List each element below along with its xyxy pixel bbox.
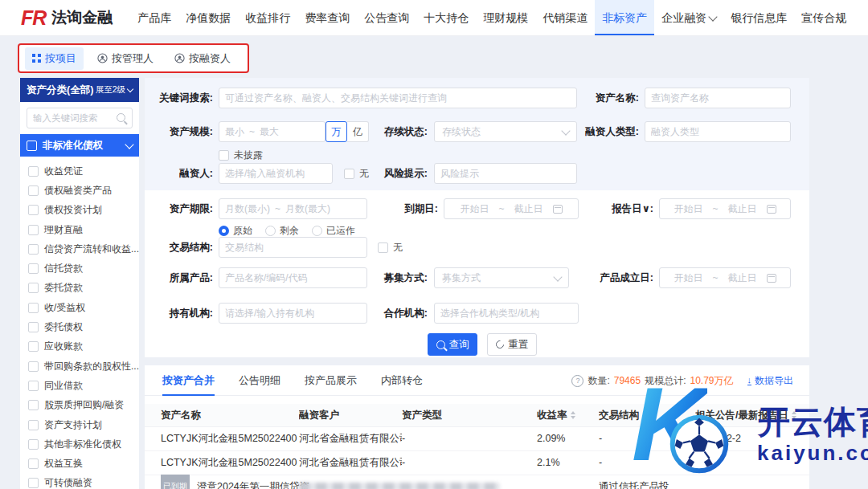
table-row[interactable]: LCTYJK河北金租5M250224001 河北省金融租赁有限公司 - 2.09… bbox=[145, 426, 809, 451]
list-item[interactable]: 权益互换 bbox=[28, 454, 139, 473]
report-date-picker[interactable]: 开始日 ~ 截止日 bbox=[659, 198, 791, 219]
list-item[interactable]: 其他非标准化债权 bbox=[28, 434, 139, 454]
checkbox[interactable] bbox=[28, 439, 39, 450]
tab-internal-transfer[interactable]: 内部转仓 bbox=[381, 365, 423, 396]
checkbox[interactable] bbox=[344, 169, 354, 179]
expand-levels-toggle[interactable]: 展至2级 bbox=[96, 84, 133, 96]
checkbox[interactable] bbox=[219, 150, 229, 161]
list-item[interactable]: 股票质押回购/融资 bbox=[28, 396, 139, 415]
checkbox[interactable] bbox=[28, 341, 39, 352]
checkbox[interactable] bbox=[28, 283, 39, 293]
raise-method-select[interactable]: 募集方式 bbox=[434, 267, 569, 288]
sort-icon[interactable] bbox=[792, 411, 796, 419]
view-tab-by-manager[interactable]: 按管理人 bbox=[90, 47, 161, 70]
radio-original[interactable]: 原始 bbox=[219, 224, 252, 238]
view-tab-by-project[interactable]: 按项目 bbox=[25, 47, 84, 70]
list-item[interactable]: 带回购条款的股权性... bbox=[28, 357, 139, 376]
table-row[interactable]: 已到期 澄意2024年第一期信贷资 通过信托产品投 bbox=[145, 475, 809, 489]
list-item[interactable]: 应收账款 bbox=[28, 337, 139, 357]
asset-name-input[interactable] bbox=[645, 88, 791, 108]
annotation-box: 按项目 按管理人 按融资人 bbox=[18, 43, 249, 73]
unit-wan-button[interactable]: 万 bbox=[326, 121, 347, 142]
financier-none-checkbox[interactable]: 无 bbox=[344, 167, 369, 180]
sort-icon[interactable] bbox=[571, 411, 575, 419]
radio-operated[interactable]: 已运作 bbox=[312, 224, 355, 238]
asset-term-range-input[interactable]: 月数(最小) ~ 月数(最大) bbox=[219, 198, 367, 219]
checkbox[interactable] bbox=[28, 166, 39, 177]
logo-text: 法询金融 bbox=[51, 7, 113, 28]
list-item[interactable]: 委托债权 bbox=[28, 317, 139, 336]
header-yield: 收益率 bbox=[537, 404, 588, 426]
checkbox[interactable] bbox=[28, 478, 39, 488]
checkbox[interactable] bbox=[28, 361, 39, 372]
nav-item-marketing-compliance[interactable]: 宣传合规 bbox=[794, 0, 854, 35]
table-row[interactable]: LCTYJK河北金租5M250224002 河北省金融租赁有限公司 - 2.1%… bbox=[145, 450, 809, 475]
checkbox[interactable] bbox=[28, 381, 39, 391]
checkbox[interactable] bbox=[28, 225, 39, 235]
checkbox[interactable] bbox=[27, 141, 37, 151]
risk-input[interactable] bbox=[434, 163, 577, 184]
nav-item-nonstandard-assets[interactable]: 非标资产 bbox=[595, 0, 654, 35]
keyword-input[interactable] bbox=[219, 88, 577, 108]
app-logo[interactable]: FR 法询金融 bbox=[21, 6, 113, 30]
unit-yi-button[interactable]: 亿 bbox=[347, 121, 369, 142]
list-item[interactable]: 委托贷款 bbox=[28, 279, 139, 298]
establish-date-label: 产品成立日: bbox=[575, 267, 653, 288]
structure-none-checkbox[interactable]: 无 bbox=[378, 241, 403, 254]
list-item[interactable]: 信托贷款 bbox=[28, 259, 139, 278]
header-asset-type: 资产类型 bbox=[402, 404, 522, 426]
reset-button[interactable]: 重置 bbox=[487, 333, 537, 356]
list-item[interactable]: 理财直融 bbox=[28, 220, 139, 239]
checkbox[interactable] bbox=[28, 420, 39, 430]
maturity-date-picker[interactable]: 开始日 ~ 截止日 bbox=[444, 198, 579, 219]
nav-item-nav-data[interactable]: 净值数据 bbox=[178, 0, 238, 35]
checkbox[interactable] bbox=[378, 242, 388, 253]
checkbox[interactable] bbox=[28, 458, 39, 469]
category-nonstandard-debt[interactable]: 非标准化债权 bbox=[20, 134, 139, 157]
product-input[interactable] bbox=[219, 267, 367, 288]
nav-item-wm-scale[interactable]: 理财规模 bbox=[476, 0, 535, 35]
list-item[interactable]: 收益凭证 bbox=[28, 161, 139, 181]
tab-announcement-detail[interactable]: 公告明细 bbox=[239, 365, 280, 396]
checkbox[interactable] bbox=[28, 400, 39, 410]
undisclosed-checkbox[interactable]: 未披露 bbox=[219, 149, 263, 161]
partner-input[interactable] bbox=[434, 303, 579, 324]
nav-item-product-library[interactable]: 产品库 bbox=[130, 0, 178, 35]
trade-structure-input[interactable] bbox=[219, 237, 367, 258]
duration-status-select[interactable]: 存续状态 bbox=[434, 121, 577, 142]
checkbox[interactable] bbox=[28, 303, 39, 313]
list-item[interactable]: 同业借款 bbox=[28, 376, 139, 395]
list-item[interactable]: 债权投资计划 bbox=[28, 201, 139, 220]
nav-item-distribution-channel[interactable]: 代销渠道 bbox=[535, 0, 595, 35]
checkbox[interactable] bbox=[28, 322, 39, 332]
list-item[interactable]: 信贷资产流转和收益... bbox=[28, 239, 139, 259]
checkbox[interactable] bbox=[28, 263, 39, 274]
tab-by-product[interactable]: 按产品展示 bbox=[305, 365, 357, 396]
checkbox[interactable] bbox=[28, 244, 39, 255]
question-circle-icon[interactable]: ? bbox=[571, 375, 583, 387]
nav-item-corporate-financing[interactable]: 企业融资 bbox=[654, 0, 723, 35]
financier-input[interactable] bbox=[219, 163, 333, 184]
view-tab-by-financier[interactable]: 按融资人 bbox=[167, 47, 238, 70]
tab-merge-by-asset[interactable]: 按资产合并 bbox=[162, 365, 215, 396]
checkbox[interactable] bbox=[28, 185, 39, 196]
list-item[interactable]: 资产支持计划 bbox=[28, 415, 139, 434]
list-item[interactable]: 债权融资类产品 bbox=[28, 181, 139, 200]
nav-item-top-holdings[interactable]: 十大持仓 bbox=[416, 0, 476, 35]
redacted-text bbox=[299, 483, 500, 489]
asset-scale-range-input[interactable]: 最小 ~ 最大 bbox=[219, 121, 326, 142]
establish-date-picker[interactable]: 开始日 ~ 截止日 bbox=[659, 267, 791, 288]
nav-item-announcement-query[interactable]: 公告查询 bbox=[357, 0, 416, 35]
list-item[interactable]: 可转债融资 bbox=[28, 474, 139, 489]
checkbox[interactable] bbox=[28, 205, 39, 215]
financier-type-input[interactable] bbox=[645, 121, 791, 142]
nav-item-yield-ranking[interactable]: 收益排行 bbox=[238, 0, 297, 35]
nav-item-fee-query[interactable]: 费率查询 bbox=[297, 0, 357, 35]
query-button[interactable]: 查询 bbox=[428, 333, 477, 356]
radio-remaining[interactable]: 剩余 bbox=[265, 224, 299, 238]
nav-item-bank-info-library[interactable]: 银行信息库 bbox=[723, 0, 794, 35]
list-item[interactable]: 收/受益权 bbox=[28, 298, 139, 317]
sidebar-title: 资产分类(全部) bbox=[27, 84, 93, 97]
data-export-button[interactable]: ↓ 数据导出 bbox=[747, 374, 794, 388]
holder-input[interactable] bbox=[219, 303, 367, 324]
